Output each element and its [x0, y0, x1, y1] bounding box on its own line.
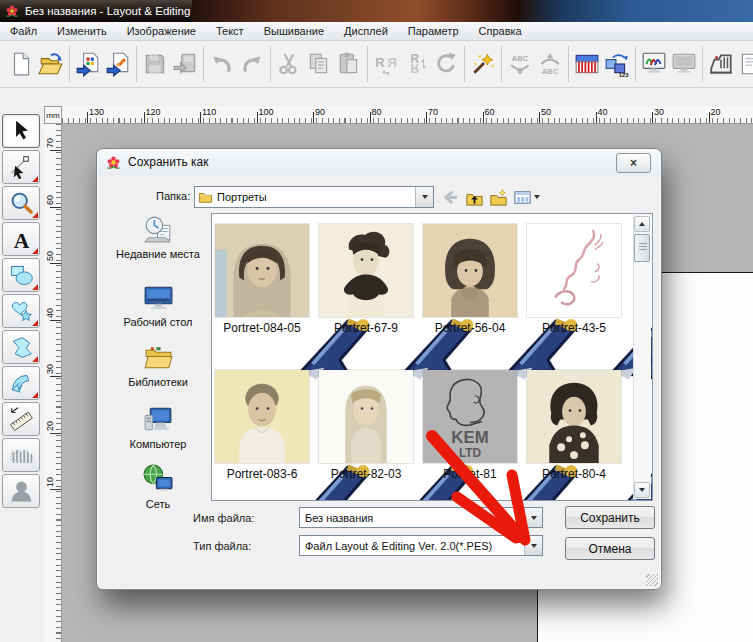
up-one-level-button[interactable]: [463, 186, 485, 208]
menu-item[interactable]: Дисплей: [334, 22, 398, 40]
ruler-label: 30: [45, 362, 55, 376]
dialog-close-button[interactable]: ×: [616, 153, 651, 173]
menu-item[interactable]: Файл: [0, 22, 47, 40]
new-folder-button[interactable]: [487, 186, 509, 208]
vertical-ruler: 70605040302010: [44, 124, 62, 642]
place-label: Компьютер: [130, 438, 187, 451]
place-libraries[interactable]: Библиотеки: [107, 341, 209, 389]
views-button[interactable]: [511, 186, 541, 208]
filename-combobox[interactable]: Без названия: [299, 507, 543, 528]
import-image-icon[interactable]: [104, 50, 132, 78]
place-desktop[interactable]: Рабочий стол: [107, 281, 209, 329]
open-design-icon[interactable]: [37, 50, 65, 78]
file-item[interactable]: [527, 370, 621, 463]
menu-item[interactable]: Параметр: [398, 22, 469, 40]
save-button[interactable]: Сохранить: [565, 506, 655, 529]
chevron-down-icon: [422, 195, 428, 199]
file-item[interactable]: KEMLTD: [423, 370, 517, 463]
ruler-label: 120: [146, 107, 161, 117]
place-network[interactable]: Сеть: [107, 463, 209, 511]
machine-overlay-icon: [393, 298, 417, 320]
tool-palette: A: [2, 114, 42, 510]
ruler-label: 90: [315, 107, 325, 117]
scrollbar-thumb[interactable]: [634, 234, 650, 262]
toolbar: RRRRABCABC123: [0, 41, 753, 88]
file-item[interactable]: [319, 370, 413, 463]
file-item[interactable]: [319, 224, 413, 317]
filetype-combobox[interactable]: Файл Layout & Editing Ver. 2.0(*.PES): [299, 535, 543, 556]
portrait-tool-button[interactable]: [2, 474, 40, 508]
undo-icon: [208, 50, 236, 78]
manual-stitch-tool-button[interactable]: [2, 438, 40, 472]
folder-icon: [198, 190, 213, 204]
ruler-unit-label: mm: [46, 111, 59, 120]
machine-overlay-icon: [289, 444, 313, 466]
filetype-dropdown-button[interactable]: [524, 536, 542, 555]
menu-item[interactable]: Изображение: [117, 22, 206, 40]
thread-chart-icon[interactable]: [573, 50, 601, 78]
outline-tool-icon: [8, 334, 35, 361]
dialog-titlebar[interactable]: Сохранить как: [97, 149, 661, 175]
place-computer[interactable]: Компьютер: [107, 403, 209, 451]
file-list[interactable]: Portret-084-05Portret-67-9Portret-56-04P…: [211, 213, 653, 501]
import-design-icon[interactable]: [74, 50, 102, 78]
views-icon: [513, 188, 532, 207]
file-label: Portret-80-4: [522, 467, 626, 481]
select-tool-button[interactable]: [2, 114, 40, 148]
ruler-unit-box: mm: [44, 106, 62, 124]
text-tool-button[interactable]: A: [2, 222, 40, 256]
svg-text:ABC: ABC: [542, 67, 559, 76]
libraries-icon: [142, 341, 175, 374]
svg-text:R: R: [375, 55, 385, 70]
svg-text:KEM: KEM: [451, 428, 488, 447]
titlebar[interactable]: Без названия - Layout & Editing: [0, 0, 192, 22]
zoom-tool-button[interactable]: [2, 186, 40, 220]
cancel-button[interactable]: Отмена: [565, 537, 655, 560]
menu-item[interactable]: Справка: [469, 22, 532, 40]
svg-text:A: A: [13, 228, 29, 252]
menu-item[interactable]: Изменить: [47, 22, 117, 40]
save-icon: [141, 50, 169, 78]
machine-overlay-icon: [289, 298, 313, 320]
folder-combobox[interactable]: Портреты: [194, 186, 434, 208]
triangle-up-icon: [639, 222, 645, 226]
filename-dropdown-button[interactable]: [524, 508, 542, 527]
resize-grip[interactable]: [646, 574, 658, 586]
ruler-label: 110: [202, 107, 216, 117]
window-title: Без названия - Layout & Editing: [25, 5, 190, 17]
file-item[interactable]: [423, 224, 517, 317]
magic-wand-icon[interactable]: [469, 50, 497, 78]
portrait-tool-icon: [8, 478, 35, 505]
fancy-shapes-tool-button[interactable]: [2, 294, 40, 328]
back-button[interactable]: [439, 186, 461, 208]
scroll-up-button[interactable]: [634, 216, 650, 232]
file-item[interactable]: [527, 224, 621, 317]
folder-dropdown-button[interactable]: [415, 187, 433, 207]
sewing-order-icon[interactable]: 123: [603, 50, 631, 78]
fan-shape-tool-icon: [8, 370, 35, 397]
menu-item[interactable]: Текст: [206, 22, 254, 40]
stitch-simulator-icon[interactable]: [640, 50, 668, 78]
scroll-down-button[interactable]: [634, 482, 650, 498]
file-label: Portret-81: [418, 467, 522, 481]
outline-tool-button[interactable]: [2, 330, 40, 364]
sewing-machine-icon[interactable]: [707, 50, 735, 78]
measure-tool-button[interactable]: [2, 402, 40, 436]
redo-icon: [238, 50, 266, 78]
file-item[interactable]: [215, 370, 309, 463]
ruler-label: 100: [259, 107, 274, 117]
menu-item[interactable]: Вышивание: [254, 22, 334, 40]
new-design-icon[interactable]: [7, 50, 35, 78]
place-recent-places[interactable]: Недавние места: [107, 213, 209, 261]
svg-text:R: R: [411, 61, 420, 75]
fan-shape-tool-button[interactable]: [2, 366, 40, 400]
basic-shapes-tool-button[interactable]: [2, 258, 40, 292]
ruler-label: 20: [45, 419, 55, 433]
scrollbar[interactable]: [633, 215, 651, 499]
folder-label: Папка:: [156, 190, 190, 202]
point-edit-tool-button[interactable]: [2, 150, 40, 184]
cut-icon: [275, 50, 303, 78]
clipped-page-icon[interactable]: [737, 50, 753, 78]
file-item[interactable]: [215, 224, 309, 317]
svg-text:LTD: LTD: [459, 446, 482, 460]
